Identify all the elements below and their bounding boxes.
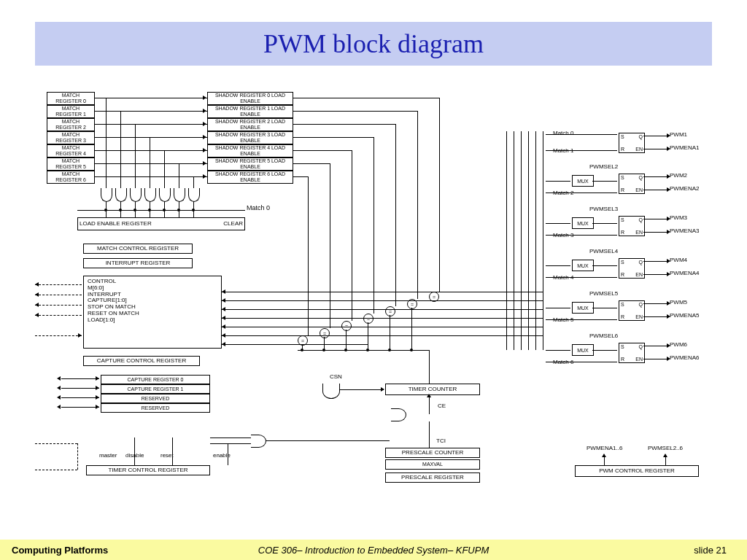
capture-control-register: CAPTURE CONTROL REGISTER <box>83 356 200 366</box>
match-reg-3: MATCH REGISTER 3 <box>47 131 95 144</box>
mux: MUX <box>572 260 594 271</box>
comparator-icon: = <box>385 306 395 316</box>
match0-label: Match 0 <box>247 204 270 211</box>
reserved-1: RESERVED <box>101 403 210 413</box>
shadow-reg-3: SHADOW REGISTER 3 LOAD ENABLE <box>207 131 293 144</box>
interrupt-register: INTERRUPT REGISTER <box>83 258 193 268</box>
or-gate-icon <box>322 384 340 399</box>
and-gate-icon <box>144 188 156 202</box>
and-gate-icon <box>101 188 112 202</box>
pwm-control-register: PWM CONTROL REGISTER <box>575 465 699 477</box>
and-gate-icon <box>391 408 406 421</box>
flipflop: SQREN <box>619 216 645 236</box>
prescale-register: PRESCALE REGISTER <box>385 472 480 483</box>
footer-left: Computing Platforms <box>12 545 108 556</box>
footer-center: COE 306– Introduction to Embedded System… <box>258 545 489 556</box>
shadow-reg-4: SHADOW REGISTER 4 LOAD ENABLE <box>207 144 293 158</box>
mux: MUX <box>572 302 594 314</box>
match-reg-1: MATCH REGISTER 1 <box>47 105 95 118</box>
shadow-reg-2: SHADOW REGISTER 2 LOAD ENABLE <box>207 118 293 131</box>
mux: MUX <box>572 344 594 356</box>
and-gate-icon <box>174 188 185 202</box>
title-bar: PWM block diagram <box>35 22 712 66</box>
timer-control-register: TIMER CONTROL REGISTER <box>86 465 210 475</box>
prescale-counter: PRESCALE COUNTER <box>385 448 480 458</box>
match-reg-0: MATCH REGISTER 0 <box>47 92 95 105</box>
shadow-reg-1: SHADOW REGISTER 1 LOAD ENABLE <box>207 105 293 118</box>
control-block: CONTROL M[6:0] INTERRUPT CAPTURE[1:0] ST… <box>83 276 222 349</box>
flipflop: SQREN <box>619 343 645 363</box>
match-control-register: MATCH CONTROL REGISTER <box>83 244 193 254</box>
footer: Computing Platforms COE 306– Introductio… <box>0 540 747 560</box>
timer-counter: TIMER COUNTER <box>385 384 480 395</box>
and-gate-icon <box>115 188 127 202</box>
load-enable-register: LOAD ENABLE REGISTER CLEAR <box>77 217 245 230</box>
capture-reg-1: CAPTURE REGISTER 1 <box>101 384 210 394</box>
footer-right: slide 21 <box>694 545 727 556</box>
maxval: MAXVAL <box>385 459 480 470</box>
and-gate-icon <box>251 435 266 448</box>
and-gate-icon <box>188 188 200 202</box>
mux: MUX <box>572 175 594 187</box>
flipflop: SQREN <box>619 133 645 153</box>
comparator-icon: = <box>320 328 330 338</box>
block-diagram: MATCH REGISTER 0 MATCH REGISTER 1 MATCH … <box>35 88 712 510</box>
comparator-icon: = <box>341 321 352 331</box>
shadow-reg-0: SHADOW REGISTER 0 LOAD ENABLE <box>207 92 293 105</box>
comparator-icon: = <box>363 314 374 324</box>
capture-reg-0: CAPTURE REGISTER 0 <box>101 375 210 384</box>
shadow-reg-6: SHADOW REGISTER 6 LOAD ENABLE <box>207 171 293 184</box>
match-reg-6: MATCH REGISTER 6 <box>47 171 95 184</box>
match-reg-2: MATCH REGISTER 2 <box>47 118 95 131</box>
mux: MUX <box>572 217 594 229</box>
match-reg-5: MATCH REGISTER 5 <box>47 158 95 171</box>
flipflop: SQREN <box>619 258 645 279</box>
shadow-reg-5: SHADOW REGISTER 5 LOAD ENABLE <box>207 158 293 171</box>
flipflop: SQREN <box>619 174 645 194</box>
and-gate-icon <box>159 188 171 202</box>
match-reg-4: MATCH REGISTER 4 <box>47 144 95 158</box>
page-title: PWM block diagram <box>263 28 484 59</box>
flipflop: SQREN <box>619 300 645 321</box>
and-gate-icon <box>130 188 142 202</box>
reserved-0: RESERVED <box>101 394 210 403</box>
